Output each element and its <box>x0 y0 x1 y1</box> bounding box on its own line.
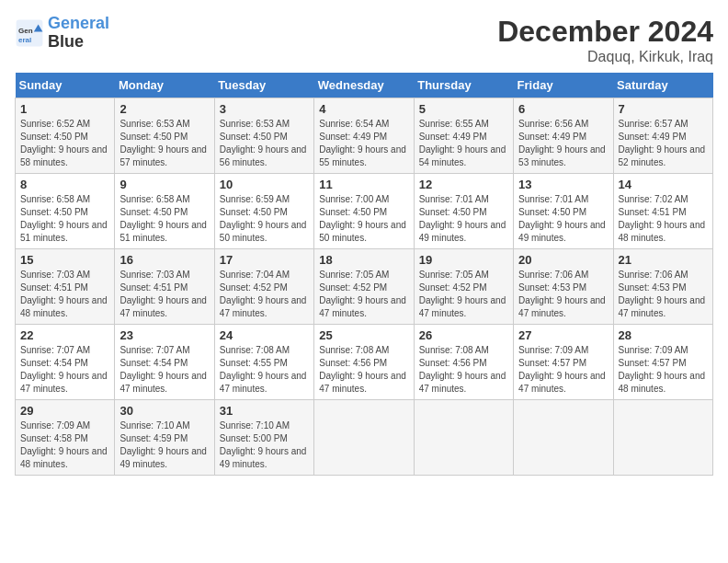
calendar-cell: 18 Sunrise: 7:05 AMSunset: 4:52 PMDaylig… <box>314 249 414 325</box>
day-detail: Sunrise: 7:08 AMSunset: 4:55 PMDaylight:… <box>220 345 307 394</box>
weekday-header: Sunday <box>16 73 115 98</box>
page-subtitle: Daquq, Kirkuk, Iraq <box>497 49 713 65</box>
day-number: 23 <box>119 328 209 342</box>
day-number: 17 <box>220 253 309 267</box>
day-number: 14 <box>619 178 708 191</box>
calendar-cell: 24 Sunrise: 7:08 AMSunset: 4:55 PMDaylig… <box>214 325 313 400</box>
day-detail: Sunrise: 7:09 AMSunset: 4:58 PMDaylight:… <box>20 420 108 469</box>
day-detail: Sunrise: 6:54 AMSunset: 4:49 PMDaylight:… <box>319 119 406 167</box>
day-number: 4 <box>319 102 408 116</box>
calendar-cell: 31 Sunrise: 7:10 AMSunset: 5:00 PMDaylig… <box>214 400 313 476</box>
day-detail: Sunrise: 7:03 AMSunset: 4:51 PMDaylight:… <box>20 270 108 318</box>
calendar-cell: 16 Sunrise: 7:03 AMSunset: 4:51 PMDaylig… <box>115 249 214 325</box>
calendar-table: SundayMondayTuesdayWednesdayThursdayFrid… <box>15 73 713 476</box>
calendar-cell <box>314 400 414 476</box>
day-detail: Sunrise: 7:09 AMSunset: 4:57 PMDaylight:… <box>619 345 706 394</box>
day-number: 1 <box>20 102 109 116</box>
calendar-cell: 23 Sunrise: 7:07 AMSunset: 4:54 PMDaylig… <box>115 325 214 400</box>
weekday-header: Friday <box>514 73 613 98</box>
calendar-cell: 9 Sunrise: 6:58 AMSunset: 4:50 PMDayligh… <box>115 174 214 249</box>
day-number: 11 <box>319 178 408 191</box>
day-detail: Sunrise: 7:06 AMSunset: 4:53 PMDaylight:… <box>619 270 706 318</box>
calendar-cell: 13 Sunrise: 7:01 AMSunset: 4:50 PMDaylig… <box>514 174 613 249</box>
day-detail: Sunrise: 6:59 AMSunset: 4:50 PMDaylight:… <box>220 194 307 243</box>
day-detail: Sunrise: 7:10 AMSunset: 5:00 PMDaylight:… <box>220 420 307 469</box>
day-number: 18 <box>319 253 408 267</box>
day-number: 8 <box>20 178 109 191</box>
day-detail: Sunrise: 7:05 AMSunset: 4:52 PMDaylight:… <box>419 270 506 318</box>
calendar-cell: 29 Sunrise: 7:09 AMSunset: 4:58 PMDaylig… <box>16 400 115 476</box>
calendar-week-row: 22 Sunrise: 7:07 AMSunset: 4:54 PMDaylig… <box>16 325 713 400</box>
day-detail: Sunrise: 6:58 AMSunset: 4:50 PMDaylight:… <box>119 194 207 243</box>
calendar-cell: 2 Sunrise: 6:53 AMSunset: 4:50 PMDayligh… <box>115 98 214 174</box>
calendar-cell: 11 Sunrise: 7:00 AMSunset: 4:50 PMDaylig… <box>314 174 414 249</box>
day-number: 26 <box>419 328 508 342</box>
day-number: 16 <box>119 253 209 267</box>
day-detail: Sunrise: 7:05 AMSunset: 4:52 PMDaylight:… <box>319 270 406 318</box>
day-detail: Sunrise: 6:58 AMSunset: 4:50 PMDaylight:… <box>20 194 108 243</box>
calendar-cell: 7 Sunrise: 6:57 AMSunset: 4:49 PMDayligh… <box>613 98 712 174</box>
day-detail: Sunrise: 7:00 AMSunset: 4:50 PMDaylight:… <box>319 194 406 243</box>
calendar-week-row: 29 Sunrise: 7:09 AMSunset: 4:58 PMDaylig… <box>16 400 713 476</box>
day-number: 9 <box>119 178 209 191</box>
day-detail: Sunrise: 7:03 AMSunset: 4:51 PMDaylight:… <box>119 270 207 318</box>
weekday-header: Wednesday <box>314 73 414 98</box>
calendar-cell: 5 Sunrise: 6:55 AMSunset: 4:49 PMDayligh… <box>414 98 513 174</box>
weekday-header: Monday <box>115 73 214 98</box>
day-detail: Sunrise: 7:01 AMSunset: 4:50 PMDaylight:… <box>518 194 606 243</box>
calendar-cell: 4 Sunrise: 6:54 AMSunset: 4:49 PMDayligh… <box>314 98 414 174</box>
logo-text: GeneralBlue <box>48 15 109 52</box>
day-detail: Sunrise: 7:06 AMSunset: 4:53 PMDaylight:… <box>518 270 606 318</box>
day-detail: Sunrise: 7:07 AMSunset: 4:54 PMDaylight:… <box>20 345 108 394</box>
calendar-week-row: 1 Sunrise: 6:52 AMSunset: 4:50 PMDayligh… <box>16 98 713 174</box>
title-block: December 2024 Daquq, Kirkuk, Iraq <box>497 15 713 65</box>
svg-text:Gen: Gen <box>18 27 33 35</box>
calendar-cell: 15 Sunrise: 7:03 AMSunset: 4:51 PMDaylig… <box>16 249 115 325</box>
logo-icon: Gen eral <box>15 18 44 48</box>
day-number: 25 <box>319 328 408 342</box>
day-number: 28 <box>619 328 708 342</box>
calendar-cell: 19 Sunrise: 7:05 AMSunset: 4:52 PMDaylig… <box>414 249 513 325</box>
day-number: 6 <box>518 102 608 116</box>
calendar-week-row: 8 Sunrise: 6:58 AMSunset: 4:50 PMDayligh… <box>16 174 713 249</box>
day-number: 5 <box>419 102 508 116</box>
calendar-cell <box>514 400 613 476</box>
calendar-cell: 21 Sunrise: 7:06 AMSunset: 4:53 PMDaylig… <box>613 249 712 325</box>
calendar-cell: 10 Sunrise: 6:59 AMSunset: 4:50 PMDaylig… <box>214 174 313 249</box>
day-detail: Sunrise: 7:04 AMSunset: 4:52 PMDaylight:… <box>220 270 307 318</box>
day-number: 15 <box>20 253 109 267</box>
weekday-header: Saturday <box>613 73 712 98</box>
calendar-cell: 20 Sunrise: 7:06 AMSunset: 4:53 PMDaylig… <box>514 249 613 325</box>
day-detail: Sunrise: 7:01 AMSunset: 4:50 PMDaylight:… <box>419 194 506 243</box>
calendar-cell: 1 Sunrise: 6:52 AMSunset: 4:50 PMDayligh… <box>16 98 115 174</box>
day-number: 2 <box>119 102 209 116</box>
day-number: 21 <box>619 253 708 267</box>
day-number: 30 <box>119 404 209 418</box>
day-number: 12 <box>419 178 508 191</box>
day-number: 27 <box>518 328 608 342</box>
calendar-cell: 28 Sunrise: 7:09 AMSunset: 4:57 PMDaylig… <box>613 325 712 400</box>
logo: Gen eral GeneralBlue <box>15 15 109 52</box>
day-number: 24 <box>220 328 309 342</box>
day-detail: Sunrise: 7:10 AMSunset: 4:59 PMDaylight:… <box>119 420 207 469</box>
day-detail: Sunrise: 7:08 AMSunset: 4:56 PMDaylight:… <box>419 345 506 394</box>
calendar-cell: 27 Sunrise: 7:09 AMSunset: 4:57 PMDaylig… <box>514 325 613 400</box>
day-detail: Sunrise: 6:56 AMSunset: 4:49 PMDaylight:… <box>518 119 606 167</box>
weekday-header: Tuesday <box>214 73 313 98</box>
day-number: 31 <box>220 404 309 418</box>
day-detail: Sunrise: 7:09 AMSunset: 4:57 PMDaylight:… <box>518 345 606 394</box>
day-detail: Sunrise: 7:02 AMSunset: 4:51 PMDaylight:… <box>619 194 706 243</box>
day-number: 10 <box>220 178 309 191</box>
calendar-cell: 30 Sunrise: 7:10 AMSunset: 4:59 PMDaylig… <box>115 400 214 476</box>
page-title: December 2024 <box>497 15 713 49</box>
calendar-cell: 8 Sunrise: 6:58 AMSunset: 4:50 PMDayligh… <box>16 174 115 249</box>
day-number: 22 <box>20 328 109 342</box>
calendar-cell: 25 Sunrise: 7:08 AMSunset: 4:56 PMDaylig… <box>314 325 414 400</box>
day-detail: Sunrise: 6:53 AMSunset: 4:50 PMDaylight:… <box>119 119 207 167</box>
calendar-cell <box>414 400 513 476</box>
day-number: 19 <box>419 253 508 267</box>
day-detail: Sunrise: 6:55 AMSunset: 4:49 PMDaylight:… <box>419 119 506 167</box>
day-detail: Sunrise: 6:53 AMSunset: 4:50 PMDaylight:… <box>220 119 307 167</box>
day-number: 29 <box>20 404 109 418</box>
calendar-cell: 12 Sunrise: 7:01 AMSunset: 4:50 PMDaylig… <box>414 174 513 249</box>
